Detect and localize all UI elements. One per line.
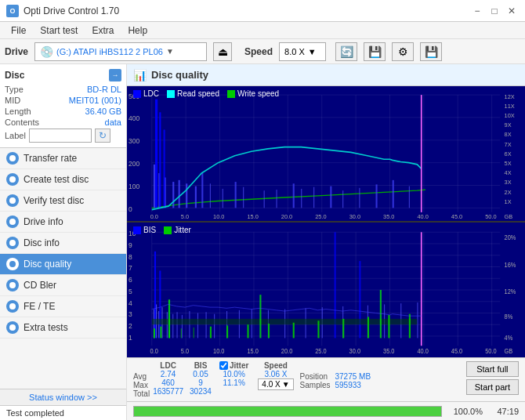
svg-rect-114	[359, 261, 360, 338]
drive-selector[interactable]: 💿 (G:) ATAPI iHBS112 2 PL06 ▼	[34, 42, 207, 61]
svg-text:30.0: 30.0	[349, 213, 360, 220]
chart2-legend: BIS Jitter	[133, 226, 191, 234]
svg-rect-121	[214, 314, 215, 339]
title-bar-left: O Opti Drive Control 1.70	[6, 5, 119, 17]
svg-text:16%: 16%	[505, 261, 516, 269]
chart-bis: BIS Jitter	[127, 223, 525, 357]
sidebar-item-drive-info[interactable]: Drive info	[0, 212, 126, 233]
charts-container: LDC Read speed Write speed	[127, 86, 525, 357]
nav-items: Transfer rate Create test disc Verify te…	[0, 148, 126, 339]
disc-type-value: BD-R DL	[87, 85, 121, 94]
svg-rect-38	[235, 182, 237, 208]
stats-row: Avg Max Total LDC 2.74 460 1635777 BIS 0…	[127, 357, 525, 401]
stats-ldc-total: 1635777	[153, 387, 183, 396]
maximize-button[interactable]: □	[487, 4, 501, 18]
close-button[interactable]: ✕	[505, 4, 519, 18]
svg-text:0.0: 0.0	[150, 213, 158, 220]
title-bar-controls: − □ ✕	[470, 4, 519, 18]
sidebar-item-disc-info[interactable]: Disc info	[0, 233, 126, 254]
svg-rect-110	[167, 312, 168, 338]
sidebar: Disc → Type BD-R DL MID MEIT01 (001) Len…	[0, 64, 127, 420]
svg-rect-117	[182, 315, 183, 338]
legend-ldc: LDC	[133, 89, 159, 98]
svg-text:400: 400	[129, 114, 139, 122]
svg-rect-27	[154, 165, 155, 208]
nav-icon-disc-info	[6, 237, 19, 249]
svg-rect-44	[223, 189, 223, 208]
svg-text:2X: 2X	[505, 188, 512, 195]
refresh-button[interactable]: 🔄	[335, 42, 357, 61]
svg-rect-151	[259, 295, 261, 338]
svg-text:1X: 1X	[505, 198, 512, 205]
drive-label: Drive	[5, 46, 28, 57]
svg-point-7	[9, 303, 16, 310]
svg-text:15.0: 15.0	[247, 213, 258, 220]
drive-value: (G:) ATAPI iHBS112 2 PL06	[56, 47, 163, 56]
svg-text:25.0: 25.0	[315, 348, 327, 356]
svg-rect-47	[277, 190, 277, 208]
legend-write-speed-dot	[227, 90, 235, 98]
sidebar-item-create-test-disc[interactable]: Create test disc	[0, 169, 126, 190]
save-button[interactable]: 💾	[420, 42, 442, 61]
speed-dropdown-arrow: ▼	[308, 47, 317, 56]
start-full-button[interactable]: Start full	[466, 361, 519, 377]
sidebar-item-disc-quality[interactable]: Disc quality	[0, 254, 126, 275]
disc-panel-icon[interactable]: →	[109, 69, 121, 81]
minimize-button[interactable]: −	[470, 4, 484, 18]
sidebar-item-verify-test-disc[interactable]: Verify test disc	[0, 190, 126, 212]
stats-speed-dropdown[interactable]: 4.0 X ▼	[258, 378, 293, 390]
progress-bar-area: 100.0% 47:19	[127, 401, 525, 420]
legend-read-speed-label: Read speed	[177, 89, 219, 98]
sidebar-item-transfer-rate[interactable]: Transfer rate	[0, 148, 126, 169]
sidebar-item-extra-tests[interactable]: Extra tests	[0, 317, 126, 339]
settings-button[interactable]: ⚙	[392, 42, 414, 61]
speed-selector[interactable]: 8.0 X ▼	[279, 42, 326, 61]
svg-text:4%: 4%	[505, 334, 513, 342]
svg-text:30.0: 30.0	[349, 348, 361, 356]
menu-start-test[interactable]: Start test	[34, 24, 84, 38]
svg-text:20%: 20%	[505, 234, 516, 242]
sidebar-item-label-verify-test-disc: Verify test disc	[24, 195, 84, 206]
svg-text:10.0: 10.0	[213, 213, 224, 220]
svg-rect-31	[179, 180, 180, 208]
progress-bar-outer	[133, 406, 442, 417]
disc-contents-value: data	[105, 118, 121, 127]
disc-panel: Disc → Type BD-R DL MID MEIT01 (001) Len…	[0, 64, 126, 148]
svg-text:35.0: 35.0	[383, 213, 394, 220]
disc-contents-label: Contents	[5, 118, 39, 127]
content-area: 📊 Disc quality LDC Read speed	[127, 64, 525, 420]
disc-label-label: Label	[5, 131, 26, 140]
svg-text:40.0: 40.0	[417, 348, 429, 356]
status-window-button[interactable]: Status window >>	[0, 389, 126, 406]
jitter-checkbox[interactable]	[219, 361, 228, 370]
svg-text:6X: 6X	[505, 150, 512, 158]
sidebar-item-fe-te[interactable]: FE / TE	[0, 296, 126, 317]
disc-label-button[interactable]: ↻	[95, 129, 110, 143]
svg-rect-139	[194, 328, 194, 339]
menu-extra[interactable]: Extra	[85, 24, 120, 38]
jitter-max: 11.1%	[223, 378, 244, 387]
jitter-avg: 10.0%	[223, 370, 244, 378]
disc-label-input[interactable]	[29, 129, 92, 143]
eject-button[interactable]: ⏏	[213, 42, 232, 61]
sidebar-item-cd-bler[interactable]: CD Bler	[0, 275, 126, 296]
svg-text:35.0: 35.0	[383, 348, 395, 356]
disc-button[interactable]: 💾	[364, 42, 386, 61]
disc-contents-row: Contents data	[5, 118, 121, 127]
svg-text:45.0: 45.0	[451, 213, 462, 220]
svg-rect-111	[154, 252, 156, 339]
position-value: 37275 MB	[335, 372, 371, 381]
legend-jitter-label: Jitter	[174, 226, 191, 234]
svg-rect-43	[210, 183, 211, 208]
svg-rect-116	[177, 312, 178, 338]
menu-help[interactable]: Help	[121, 24, 154, 38]
svg-text:8: 8	[129, 252, 132, 261]
progress-bar-inner	[134, 407, 441, 416]
start-part-button[interactable]: Start part	[466, 379, 519, 395]
svg-point-1	[9, 176, 16, 183]
svg-text:12%: 12%	[505, 288, 516, 295]
svg-text:45.0: 45.0	[451, 348, 463, 356]
chart1-svg: 500 400 300 200 100 0 0.0 5.0 10.0 15.0 …	[127, 86, 525, 221]
svg-point-4	[9, 240, 16, 246]
menu-file[interactable]: File	[5, 24, 32, 38]
